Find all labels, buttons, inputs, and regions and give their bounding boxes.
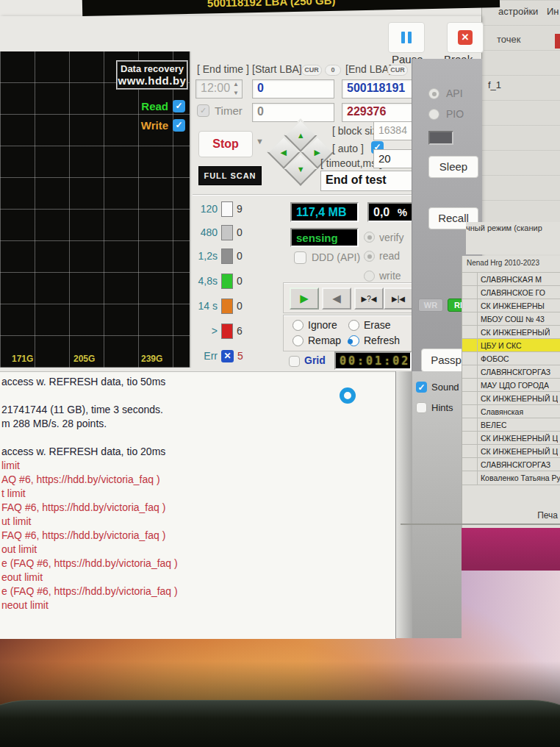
monitor-bezel — [0, 700, 560, 747]
list-header: Nenad Hrg 2010-2023 — [467, 259, 539, 267]
counter-swatch — [221, 201, 233, 217]
list-item[interactable]: СЛАВЯНСКОЕ ГО — [462, 285, 560, 299]
start-lba-input[interactable]: 0 — [252, 79, 334, 99]
log-line: eout limit — [1, 571, 43, 583]
list-item-selected[interactable]: ЦБУ И СКС — [462, 338, 560, 352]
play-button[interactable]: ▶ — [290, 287, 319, 310]
list-item-label: МБОУ СОШ № 43 — [478, 315, 545, 324]
sleep-button[interactable]: Sleep — [428, 156, 478, 178]
list-item[interactable]: ФОБОС — [462, 351, 560, 365]
list-item[interactable]: СК ИНЖЕНЕРНЫЙ Ц — [462, 444, 560, 458]
row-gutter — [462, 405, 478, 418]
hdd-by-badge: Data recovery www.hdd.by — [116, 60, 188, 90]
list-item[interactable]: МАУ ЦДО ГОРОДА — [462, 378, 560, 392]
log-line: access w. REFRESH data, tio 50ms — [1, 376, 165, 387]
timer-input[interactable]: 0 — [252, 103, 334, 122]
break-all-button[interactable]: ✕ — [447, 22, 484, 53]
menu-info[interactable]: Ин — [547, 6, 559, 17]
write-mode-label: write — [379, 270, 401, 282]
stop-button[interactable]: Stop — [198, 131, 253, 157]
speed-lcd: 117,4 MB — [290, 202, 359, 222]
cur-button-2[interactable]: CUR — [387, 65, 408, 76]
start-lba-label: [Start LBA] — [252, 63, 302, 75]
scan-end-button[interactable]: ▶|◀ — [384, 287, 413, 310]
stop-dropdown-icon[interactable]: ▼ — [256, 137, 264, 146]
verify-radio[interactable] — [364, 232, 375, 243]
scan-question-button[interactable]: ▶?◀ — [354, 287, 384, 310]
full-scan-button[interactable]: FULL SCAN — [198, 166, 262, 185]
counter-row: 14 s 0 — [193, 297, 266, 315]
timer-checkbox[interactable] — [197, 104, 209, 117]
write-radio[interactable] — [364, 271, 375, 282]
counter-row-err: Err 5 — [193, 347, 266, 365]
list-item-label: СЛАВЯНСКОЕ ГО — [478, 288, 545, 297]
row-gutter — [462, 365, 478, 379]
zero-button[interactable]: 0 — [325, 65, 341, 76]
counter-count: 5 — [237, 350, 243, 362]
api-label: API — [446, 87, 463, 99]
list-item-label: СК ИНЖЕНЕРНЫЙ — [478, 328, 550, 337]
row-gutter — [462, 418, 478, 432]
back-button[interactable]: ◀ — [322, 287, 351, 310]
list-item[interactable]: Славянская — [462, 404, 560, 418]
ignore-radio[interactable] — [292, 320, 304, 331]
axis-tick: 205G — [73, 354, 95, 364]
grid-checkbox[interactable] — [289, 356, 300, 367]
read-radio[interactable] — [364, 251, 375, 262]
break-all-icon: ✕ — [458, 30, 473, 45]
log-line: ut limit — [1, 515, 31, 527]
pause-button[interactable] — [388, 22, 425, 53]
scan-end-icon: ▶|◀ — [392, 295, 405, 303]
list-item[interactable]: СЛАВЯНСКГОРГАЗ — [462, 457, 560, 471]
read-toggle-row: Read — [141, 100, 185, 112]
drive-capacity-text: 500118192 LBA (250 GB) — [207, 0, 336, 9]
list-item[interactable]: СК ИНЖЕНЕРНЫЙ Ц — [462, 391, 560, 405]
menu-settings[interactable]: астройки — [498, 6, 538, 17]
ddd-label: DDD (API) — [312, 251, 360, 263]
wr-button[interactable]: WR — [418, 299, 443, 312]
row-gutter — [462, 352, 478, 365]
list-item[interactable]: ВЕЛЕС — [462, 418, 560, 432]
list-item[interactable]: СК ИНЖЕНЕРНЫ — [462, 299, 560, 312]
cur-button[interactable]: CUR — [301, 65, 322, 76]
list-item[interactable]: СЛАВЯНСКГОРГАЗ — [462, 365, 560, 379]
list-item-label: Славянская — [478, 407, 523, 416]
ddd-checkbox[interactable] — [294, 251, 306, 264]
transport-group: ▶ ◀ ▶?◀ ▶|◀ — [283, 282, 413, 313]
api-radio[interactable] — [428, 88, 439, 99]
write-toggle-row: Write — [141, 119, 185, 132]
list-item-label: Коваленко Татьяна Ру — [478, 473, 560, 482]
write-label: Write — [141, 119, 168, 132]
sound-label: Sound — [431, 382, 459, 393]
list-item[interactable]: СЛАВЯНСКАЯ М — [462, 272, 560, 286]
counter-count: 0 — [237, 226, 243, 238]
remap-radio[interactable] — [292, 335, 304, 346]
list-item-label: СЛАВЯНСКАЯ М — [478, 275, 542, 284]
end-time-spinner[interactable]: 12:00 ▲▼ — [195, 79, 243, 99]
stop-label: Stop — [212, 137, 239, 150]
spinner-arrows-icon[interactable]: ▲▼ — [233, 80, 239, 98]
drive-capacity-banner: 500118192 LBA (250 GB) — [82, 0, 500, 16]
print-button[interactable]: Печа — [537, 510, 558, 521]
refresh-radio[interactable] — [348, 335, 359, 346]
sleep-label: Sleep — [439, 160, 467, 173]
axis-tick: 239G — [141, 354, 162, 364]
erase-radio[interactable] — [348, 320, 359, 331]
err-checkbox[interactable] — [221, 350, 234, 362]
end-lba-label: [End LBA] — [345, 63, 392, 75]
list-item[interactable]: Коваленко Татьяна Ру — [462, 471, 560, 485]
list-item[interactable]: СК ИНЖЕНЕРНЫЙ — [462, 325, 560, 339]
hints-checkbox[interactable] — [416, 402, 427, 413]
pio-radio[interactable] — [428, 109, 439, 120]
red-indicator — [555, 34, 560, 49]
list-item[interactable]: МБОУ СОШ № 43 — [462, 312, 560, 326]
end-time-label: [ End time ] — [197, 63, 249, 75]
read-checkbox[interactable] — [173, 100, 185, 112]
counter-row: 1,2s 0 — [193, 247, 266, 265]
list-item[interactable]: СК ИНЖЕНЕРНЫЙ Ц — [462, 431, 560, 445]
write-checkbox[interactable] — [173, 119, 185, 132]
scrollbar-strip[interactable] — [395, 371, 412, 638]
tab-f1[interactable]: f_1 — [488, 79, 501, 90]
sound-checkbox[interactable] — [416, 382, 427, 393]
elapsed-time-value: 00:01:02 — [336, 354, 410, 368]
